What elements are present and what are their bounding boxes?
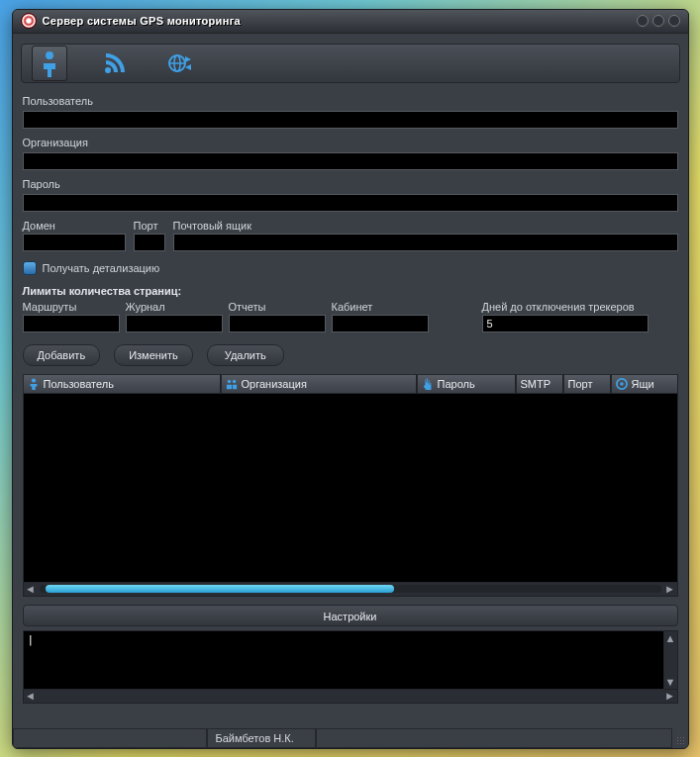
delete-button[interactable]: Удалить xyxy=(207,344,284,366)
th-smtp-label: SMTP xyxy=(521,378,551,390)
scroll-thumb[interactable] xyxy=(46,585,394,593)
th-port[interactable]: Порт xyxy=(563,374,611,394)
log-vscrollbar[interactable]: ▲ ▼ xyxy=(664,630,678,690)
svg-point-6 xyxy=(227,379,230,382)
domain-label: Домен xyxy=(23,220,126,232)
th-user[interactable]: Пользователь xyxy=(23,374,221,394)
statusbar: Баймбетов Н.К. xyxy=(13,728,688,748)
svg-point-9 xyxy=(620,382,623,385)
rss-icon xyxy=(103,51,127,75)
app-window: Сервер системы GPS мониторинга Пользоват… xyxy=(12,9,689,749)
scroll-up-button[interactable]: ▲ xyxy=(665,633,675,643)
svg-point-7 xyxy=(232,379,235,382)
detail-checkbox[interactable] xyxy=(23,261,37,275)
person-icon xyxy=(28,378,40,390)
reports-input[interactable] xyxy=(229,315,326,332)
main-toolbar xyxy=(21,44,680,83)
add-button[interactable]: Добавить xyxy=(23,344,101,366)
people-icon xyxy=(226,378,238,390)
routes-label: Маршруты xyxy=(23,301,120,313)
resize-grip[interactable] xyxy=(672,728,688,748)
svg-point-0 xyxy=(46,51,53,59)
log-scroll-right-button[interactable]: ► xyxy=(665,691,675,701)
svg-point-5 xyxy=(31,378,35,382)
th-mailbox[interactable]: Ящи xyxy=(611,374,678,394)
user-input[interactable] xyxy=(23,111,678,129)
mailbox-label: Почтовый ящик xyxy=(173,220,678,232)
svg-point-1 xyxy=(105,67,111,73)
th-password-label: Пароль xyxy=(438,378,475,390)
password-label: Пароль xyxy=(23,178,678,190)
port-input[interactable] xyxy=(134,234,165,251)
maximize-button[interactable] xyxy=(652,15,664,27)
cabinet-label: Кабинет xyxy=(332,301,429,313)
app-icon xyxy=(21,13,37,29)
status-cell-1 xyxy=(13,728,207,748)
th-port-label: Порт xyxy=(568,378,593,390)
th-org[interactable]: Организация xyxy=(221,374,417,394)
user-label: Пользователь xyxy=(23,95,678,107)
titlebar: Сервер системы GPS мониторинга xyxy=(13,10,688,34)
at-icon xyxy=(616,378,628,390)
scroll-left-button[interactable]: ◄ xyxy=(26,584,36,594)
th-password[interactable]: Пароль xyxy=(417,374,516,394)
hand-icon xyxy=(422,378,434,390)
table-body[interactable] xyxy=(23,394,678,583)
log-scroll-left-button[interactable]: ◄ xyxy=(26,691,36,701)
journal-input[interactable] xyxy=(126,315,223,332)
toolbar-globe-button[interactable] xyxy=(162,46,198,81)
form-area: Пользователь Организация Пароль Домен По… xyxy=(13,89,688,597)
globe-icon xyxy=(167,52,193,74)
password-input[interactable] xyxy=(23,194,678,212)
log-hscrollbar[interactable]: ◄ ► xyxy=(23,690,678,704)
journal-label: Журнал xyxy=(126,301,223,313)
table-header: Пользователь Организация Пароль SMTP Пор… xyxy=(23,374,678,394)
users-table: Пользователь Организация Пароль SMTP Пор… xyxy=(23,374,678,597)
toolbar-user-button[interactable] xyxy=(32,46,67,81)
status-cell-3 xyxy=(316,728,672,748)
domain-input[interactable] xyxy=(23,234,126,251)
org-label: Организация xyxy=(23,137,678,148)
th-mailbox-label: Ящи xyxy=(632,378,654,390)
days-label: Дней до отключения трекеров xyxy=(482,301,649,313)
routes-input[interactable] xyxy=(23,315,120,332)
minimize-button[interactable] xyxy=(637,15,649,27)
edit-button[interactable]: Изменить xyxy=(114,344,193,366)
th-org-label: Организация xyxy=(242,378,307,390)
th-user-label: Пользователь xyxy=(44,378,114,390)
log-area: | ▲ ▼ xyxy=(23,630,678,690)
scroll-right-button[interactable]: ► xyxy=(665,584,675,594)
toolbar-rss-button[interactable] xyxy=(97,46,133,81)
cabinet-input[interactable] xyxy=(332,315,429,332)
window-controls xyxy=(637,15,680,27)
limits-heading: Лимиты количества страниц: xyxy=(23,285,678,297)
th-smtp[interactable]: SMTP xyxy=(516,374,563,394)
status-author: Баймбетов Н.К. xyxy=(207,728,316,748)
org-input[interactable] xyxy=(23,152,678,170)
table-hscrollbar[interactable]: ◄ ► xyxy=(23,583,678,597)
scroll-track[interactable] xyxy=(40,585,661,593)
days-input[interactable] xyxy=(482,315,649,332)
log-textarea[interactable]: | xyxy=(23,630,664,690)
close-button[interactable] xyxy=(668,15,680,27)
reports-label: Отчеты xyxy=(229,301,326,313)
scroll-down-button[interactable]: ▼ xyxy=(665,677,675,687)
detail-checkbox-label: Получать детализацию xyxy=(43,262,160,274)
port-label: Порт xyxy=(134,220,165,232)
person-icon xyxy=(39,49,60,77)
settings-button[interactable]: Настройки xyxy=(23,605,678,626)
window-title: Сервер системы GPS мониторинга xyxy=(43,15,241,27)
mailbox-input[interactable] xyxy=(173,234,678,251)
